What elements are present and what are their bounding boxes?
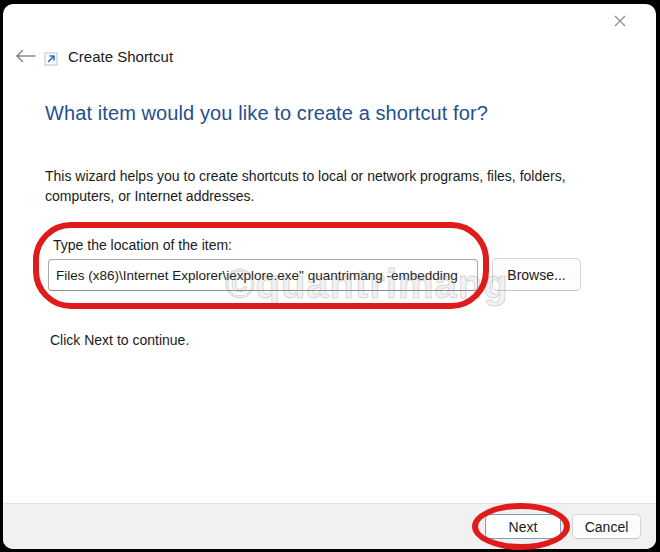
close-icon <box>613 14 627 31</box>
location-label: Type the location of the item: <box>53 237 232 253</box>
browse-button[interactable]: Browse... <box>492 258 581 291</box>
next-hint-text: Click Next to continue. <box>50 332 189 348</box>
create-shortcut-dialog: Create Shortcut What item would you like… <box>3 4 656 549</box>
next-button[interactable]: Next <box>485 514 561 539</box>
dialog-footer: Next Cancel <box>3 503 656 549</box>
screenshot-stage: Create Shortcut What item would you like… <box>0 0 660 552</box>
wizard-description: This wizard helps you to create shortcut… <box>45 166 566 206</box>
page-heading: What item would you like to create a sho… <box>45 102 488 125</box>
window-title: Create Shortcut <box>68 48 173 65</box>
back-button[interactable] <box>11 46 39 68</box>
shortcut-arrow-icon <box>44 52 58 66</box>
location-input[interactable] <box>48 259 478 291</box>
back-arrow-icon <box>14 48 36 67</box>
close-button[interactable] <box>606 10 634 34</box>
cancel-button[interactable]: Cancel <box>572 514 641 539</box>
